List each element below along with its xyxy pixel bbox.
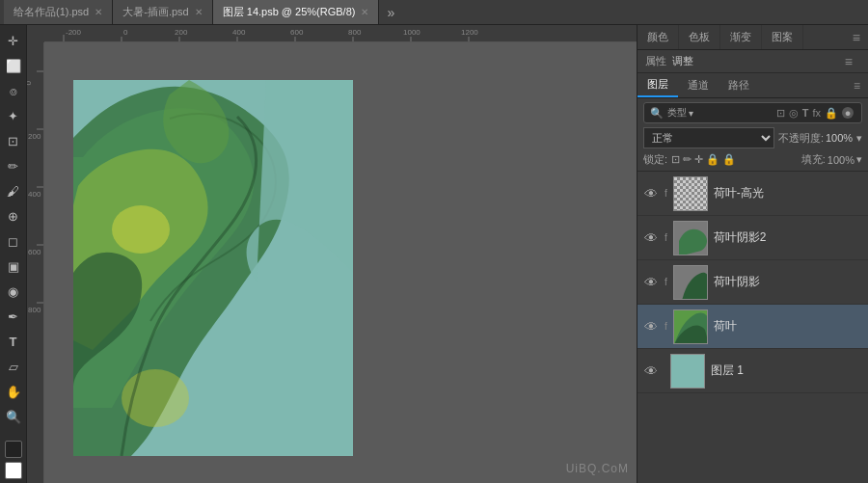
clone-icon[interactable]: ⊕	[2, 204, 25, 228]
ruler-corner	[27, 25, 44, 42]
lasso-icon[interactable]: ⌾	[2, 79, 25, 102]
text-icon[interactable]: T	[2, 330, 25, 353]
search-type-dropdown[interactable]: 类型 ▾	[667, 106, 693, 120]
ruler-h-svg: -200 0 200 400 600 800 1000 1200	[44, 25, 637, 42]
svg-text:800: 800	[28, 306, 41, 314]
ruler-row: -200 0 200 400 600 800 1000 1200	[27, 25, 637, 42]
eraser-icon[interactable]: ◻	[2, 229, 25, 253]
close-tab-2[interactable]: ✕	[361, 7, 368, 17]
fg-color-icon[interactable]	[5, 441, 22, 458]
layer-item-heye[interactable]: 👁 f 荷叶	[637, 305, 868, 349]
layer-link-icon-3: f	[665, 321, 667, 332]
layer-name-2: 荷叶阴影	[714, 274, 862, 290]
blur-icon[interactable]: ◉	[2, 280, 25, 303]
svg-text:400: 400	[28, 190, 41, 199]
layer-link-icon-2: f	[665, 277, 667, 287]
opacity-value[interactable]: 100%	[826, 132, 854, 144]
tab-gradient[interactable]: 渐变	[720, 25, 762, 49]
tab-label: 给名作品(1).psd	[14, 5, 89, 19]
svg-text:1200: 1200	[461, 28, 478, 37]
gradient-icon[interactable]: ▣	[2, 255, 25, 278]
crop-icon[interactable]: ⊡	[2, 129, 25, 152]
bg-color-icon[interactable]	[5, 462, 22, 479]
svg-text:0: 0	[123, 28, 128, 37]
svg-text:0: 0	[27, 81, 33, 86]
filter-icon-2[interactable]: ◎	[789, 107, 799, 120]
hand-icon[interactable]: ✋	[2, 380, 25, 403]
layer-list: 👁 f 荷叶-高光 👁 f 荷叶阴影2	[637, 172, 868, 483]
lock-artboard-icon[interactable]: 🔒	[706, 153, 719, 166]
ruler-v-area: 0 200 400 600 800	[27, 42, 637, 483]
layer-item-hegao[interactable]: 👁 f 荷叶-高光	[637, 172, 868, 216]
tab-bar: 给名作品(1).psd ✕ 大暑-插画.psd ✕ 图层 14.psb @ 25…	[0, 0, 868, 25]
zoom-icon[interactable]: 🔍	[2, 405, 25, 428]
pen-icon[interactable]: ✒	[2, 305, 25, 328]
fill-chevron-icon[interactable]: ▾	[856, 153, 862, 166]
left-toolbar: ✛ ⬜ ⌾ ✦ ⊡ ✏ 🖌 ⊕ ◻ ▣ ◉ ✒ T ▱ ✋ 🔍	[0, 25, 27, 483]
tab-dashu[interactable]: 大暑-插画.psd ✕	[113, 0, 212, 24]
search-label: 类型	[667, 106, 687, 120]
tab-pattern[interactable]: 图案	[762, 25, 803, 49]
tab-swatch[interactable]: 色板	[679, 25, 720, 49]
filter-icon-1[interactable]: ⊡	[776, 107, 785, 120]
filter-toggle-icon[interactable]: ●	[842, 107, 854, 119]
opacity-control: 不透明度: 100% ▾	[778, 131, 862, 146]
layer-search-bar[interactable]: 🔍 类型 ▾ ⊡ ◎ T fx 🔒 ●	[643, 102, 862, 123]
layer-visibility-icon-1[interactable]: 👁	[643, 230, 659, 246]
lock-all-icon[interactable]: 🔒	[722, 153, 736, 166]
shape-icon[interactable]: ▱	[2, 355, 25, 378]
layer-visibility-icon-2[interactable]: 👁	[643, 275, 659, 290]
filter-icon-fx[interactable]: fx	[812, 107, 821, 119]
layer-visibility-icon-3[interactable]: 👁	[643, 319, 659, 335]
leaf-painting-svg	[73, 80, 353, 456]
layer-item-heyin2[interactable]: 👁 f 荷叶阴影2	[637, 216, 868, 260]
tab-label: 大暑-插画.psd	[122, 5, 188, 19]
svg-text:400: 400	[232, 28, 246, 37]
layers-menu-icon[interactable]: ≡	[846, 79, 868, 93]
canvas-viewport: UiBQ.CoM	[44, 42, 637, 483]
layer-controls: 🔍 类型 ▾ ⊡ ◎ T fx 🔒 ● 正常 不透明度: 100%	[637, 98, 868, 172]
lock-position-icon[interactable]: ✛	[694, 153, 703, 166]
color-panel-menu-icon[interactable]: ≡	[845, 30, 868, 45]
properties-label: 属性	[645, 54, 666, 68]
layer-visibility-icon-0[interactable]: 👁	[643, 186, 659, 201]
tab-channels[interactable]: 通道	[678, 73, 719, 97]
layer-item-layer1[interactable]: 👁 图层 1	[637, 349, 868, 393]
layer-item-heyin[interactable]: 👁 f 荷叶阴影	[637, 260, 868, 305]
eyedropper-icon[interactable]: ✏	[2, 154, 25, 177]
color-panel-tabs: 颜色 色板 渐变 图案 ≡	[637, 25, 868, 50]
filter-icon-t[interactable]: T	[802, 107, 809, 119]
filter-icon-adj[interactable]: 🔒	[825, 107, 838, 120]
lock-label: 锁定:	[643, 152, 667, 167]
tab-color[interactable]: 颜色	[637, 25, 679, 49]
layer-link-icon-1: f	[665, 232, 667, 243]
layer-visibility-icon-4[interactable]: 👁	[643, 363, 659, 379]
ruler-vertical: 0 200 400 600 800	[27, 42, 44, 483]
ruler-horizontal: -200 0 200 400 600 800 1000 1200	[44, 25, 637, 42]
tab-layer14[interactable]: 图层 14.psb @ 25%(RGB/8) ✕	[213, 0, 380, 24]
close-tab-1[interactable]: ✕	[195, 7, 203, 17]
tab-unnamed[interactable]: 给名作品(1).psd ✕	[4, 0, 113, 24]
brush-icon[interactable]: 🖌	[2, 179, 25, 202]
tab-overflow[interactable]: »	[379, 5, 402, 20]
fill-control: 填充: 100% ▾	[801, 152, 862, 167]
properties-menu-icon[interactable]: ≡	[837, 54, 860, 69]
blend-mode-select[interactable]: 正常	[643, 127, 774, 148]
svg-text:200: 200	[175, 28, 188, 37]
lock-paint-icon[interactable]: ✏	[683, 153, 692, 166]
close-tab-0[interactable]: ✕	[95, 7, 102, 17]
lock-transparent-icon[interactable]: ⊡	[671, 153, 680, 166]
fill-value[interactable]: 100%	[827, 154, 854, 166]
select-rect-icon[interactable]: ⬜	[2, 54, 25, 77]
magic-wand-icon[interactable]: ✦	[2, 104, 25, 127]
opacity-chevron-icon[interactable]: ▾	[856, 132, 862, 145]
move-tool-icon[interactable]: ✛	[2, 29, 25, 52]
tab-paths[interactable]: 路径	[719, 73, 759, 97]
layers-panel-tabs: 图层 通道 路径 ≡	[637, 73, 868, 98]
svg-point-27	[112, 205, 170, 254]
layer-thumbnail-2	[673, 265, 708, 300]
tab-layers[interactable]: 图层	[637, 73, 678, 97]
tab-label: 图层 14.psb @ 25%(RGB/8)	[223, 5, 356, 19]
right-panel: 颜色 色板 渐变 图案 ≡ 属性 调整 ≡ 图层 通道 路径 ≡ 🔍 类型	[637, 25, 868, 483]
lock-row: 锁定: ⊡ ✏ ✛ 🔒 🔒 填充: 100% ▾	[643, 152, 862, 167]
